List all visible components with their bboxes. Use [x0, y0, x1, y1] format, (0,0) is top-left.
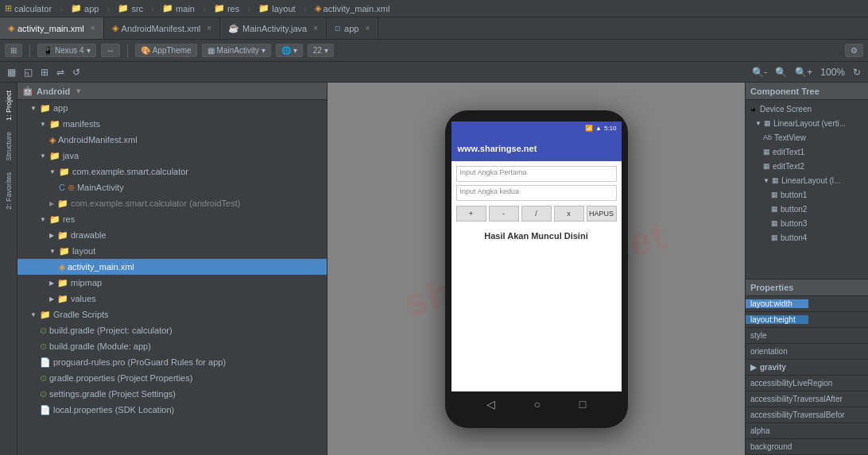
tab-activity-main-xml[interactable]: ◈ activity_main.xml ×: [0, 17, 104, 39]
ct-linearlayout-inner[interactable]: ▼ ▦ LinearLayout (l...: [746, 173, 868, 187]
tree-item-mipmap[interactable]: ▶ 📁 mipmap: [17, 275, 327, 291]
tree-item-activity-main-xml[interactable]: ◈ activity_main.xml: [17, 259, 327, 275]
tree-item-settings-gradle[interactable]: ⊙ settings.gradle (Project Settings): [17, 386, 327, 402]
breadcrumb-item[interactable]: 📁 main: [162, 3, 195, 13]
tab-close-icon4[interactable]: ×: [365, 24, 370, 33]
phone-buttons-row: + - / x HAPUS: [456, 206, 617, 222]
ct-linearlayout-root[interactable]: ▼ ▦ LinearLayout (verti...: [746, 116, 868, 130]
prop-row-accessibility-after[interactable]: accessibilityTraversalAfter: [746, 391, 868, 407]
api-selector[interactable]: 22 ▾: [308, 44, 334, 57]
folder-icon: 📁: [59, 246, 70, 256]
zoom-100-icon[interactable]: 100%: [818, 65, 847, 79]
theme-selector[interactable]: 🎨 AppTheme: [135, 44, 197, 57]
prop-row-accessibility-live[interactable]: accessibilityLiveRegion: [746, 376, 868, 391]
ct-button3[interactable]: ▦ button3: [746, 216, 868, 230]
tab-app[interactable]: ⊡ app ×: [327, 17, 378, 39]
palette-button[interactable]: ⊞: [5, 44, 22, 57]
breadcrumb-item[interactable]: 📁 src: [118, 3, 143, 13]
orientation-button[interactable]: ↔: [101, 44, 120, 57]
tree-item-androidtest[interactable]: ▶ 📁 com.example.smart.calculator (androi…: [17, 195, 327, 211]
tree-item-app[interactable]: ▼ 📁 app: [17, 100, 327, 116]
tab-close-icon2[interactable]: ×: [207, 24, 211, 33]
tree-item-local-properties[interactable]: 📄 local.properties (SDK Location): [17, 402, 327, 418]
phone-input1: Input Angka Pertama: [456, 166, 617, 182]
layout-view-icon[interactable]: ▦: [5, 65, 18, 79]
prop-row-background[interactable]: background: [746, 439, 868, 455]
tree-item-res[interactable]: ▼ 📁 res: [17, 211, 327, 227]
blueprint-icon[interactable]: ◱: [21, 65, 35, 79]
ct-device-screen[interactable]: 📱 Device Screen: [746, 102, 868, 116]
phone-content: Input Angka Pertama Input Angka kedua + …: [451, 161, 622, 391]
structure-panel-toggle[interactable]: Structure: [3, 127, 14, 166]
project-panel-toggle[interactable]: 1: Project: [3, 86, 14, 125]
refresh-icon[interactable]: ↺: [70, 65, 83, 79]
tree-item-manifests[interactable]: ▼ 📁 manifests: [17, 116, 327, 132]
folder-icon: 📁: [57, 230, 68, 241]
breadcrumb-bar: ⊞ calculator › 📁 app › 📁 src › 📁 main › …: [0, 0, 868, 17]
android-icon: 🤖: [22, 86, 33, 96]
tree-item-java[interactable]: ▼ 📁 java: [17, 148, 327, 164]
prop-icon: 📄: [40, 405, 51, 415]
phone-mockup: 📶 ▲ 5:10 www.sharingse.net Input Angka P…: [445, 110, 628, 428]
textview-icon: Ab: [763, 133, 772, 141]
tree-item-build-gradle-app[interactable]: ⊙ build.gradle (Module: app): [17, 338, 327, 354]
xml-icon: ◈: [8, 23, 14, 33]
ct-textview[interactable]: Ab TextView: [746, 130, 868, 145]
prop-icon: 📄: [40, 357, 51, 368]
tree-item-androidmanifest[interactable]: ◈ AndroidManifest.xml: [17, 132, 327, 148]
zoom-in-icon[interactable]: 🔍+: [792, 65, 815, 79]
folder-icon: 📁: [59, 167, 70, 177]
settings-button[interactable]: ⚙: [845, 44, 863, 57]
tree-item-layout[interactable]: ▼ 📁 layout: [17, 243, 327, 259]
tab-close-icon[interactable]: ×: [91, 24, 95, 33]
project-tree: 🤖 Android ▾ ▼ 📁 app ▼ 📁 manifests ◈ Andr…: [17, 83, 327, 455]
tree-item-package[interactable]: ▼ 📁 com.example.smart.calculator: [17, 164, 327, 179]
prop-row-accessibility-before[interactable]: accessibilityTraversalBefor: [746, 407, 868, 423]
prop-row-alpha[interactable]: alpha: [746, 423, 868, 439]
tree-item-values[interactable]: ▶ 📁 values: [17, 291, 327, 307]
tree-item-gradle-scripts[interactable]: ▼ 📁 Gradle Scripts: [17, 307, 327, 322]
zoom-out-icon[interactable]: 🔍-: [750, 65, 769, 79]
xml-file-icon: ◈: [59, 262, 65, 272]
prop-row-orientation[interactable]: orientation: [746, 344, 868, 360]
breadcrumb-item[interactable]: 📁 res: [214, 3, 239, 13]
tab-mainactivity-java[interactable]: ☕ MainActivity.java ×: [220, 17, 327, 39]
tree-item-gradle-properties[interactable]: ⊙ gradle.properties (Project Properties): [17, 370, 327, 386]
ct-edittext2[interactable]: ▦ editText2: [746, 159, 868, 173]
ct-edittext1[interactable]: ▦ editText1: [746, 145, 868, 159]
device-selector[interactable]: 📱 Nexus 4 ▾: [37, 44, 96, 57]
prop-row-style[interactable]: style: [746, 328, 868, 344]
prop-section-gravity[interactable]: ▶ gravity: [746, 360, 868, 376]
ct-button4[interactable]: ▦ button4: [746, 230, 868, 245]
time-display: 5:10: [604, 125, 617, 132]
java-file-icon: C: [59, 183, 65, 192]
breadcrumb-item[interactable]: 📁 app: [71, 3, 99, 13]
ct-button1[interactable]: ▦ button1: [746, 187, 868, 202]
button2-icon: ▦: [771, 205, 778, 213]
tree-item-build-gradle-project[interactable]: ⊙ build.gradle (Project: calculator): [17, 322, 327, 338]
favorites-panel-toggle[interactable]: 2: Favorites: [3, 168, 14, 214]
tree-item-mainactivity[interactable]: C ⊚ MainActivity: [17, 179, 327, 195]
both-view-icon[interactable]: ⊞: [38, 65, 51, 79]
calculator-icon: ⊞: [5, 3, 12, 13]
tree-item-proguard[interactable]: 📄 proguard-rules.pro (ProGuard Rules for…: [17, 354, 327, 370]
tab-close-icon3[interactable]: ×: [313, 24, 318, 33]
breadcrumb-item[interactable]: ⊞ calculator: [5, 3, 52, 13]
ct-button2[interactable]: ▦ button2: [746, 202, 868, 216]
swap-icon[interactable]: ⇌: [54, 65, 67, 79]
breadcrumb-item[interactable]: 📁 layout: [258, 3, 295, 13]
tree-item-drawable[interactable]: ▶ 📁 drawable: [17, 227, 327, 243]
prop-row-layout-width[interactable]: layout:width: [746, 296, 868, 312]
activity-selector[interactable]: ▦ MainActivity ▾: [202, 44, 271, 57]
zoom-fit-icon[interactable]: 🔍: [773, 65, 789, 79]
xml-file-icon: ◈: [315, 3, 321, 13]
tab-android-manifest[interactable]: ◈ AndroidManifest.xml ×: [104, 17, 221, 39]
java-icon: ☕: [228, 23, 239, 33]
prop-row-layout-height[interactable]: layout:height: [746, 312, 868, 328]
wifi-icon: 📶: [585, 125, 593, 132]
breadcrumb-item[interactable]: ◈ activity_main.xml: [315, 3, 390, 13]
refresh2-icon[interactable]: ↻: [851, 65, 863, 79]
locale-button[interactable]: 🌐 ▾: [276, 44, 303, 57]
expand-arrow: ▶: [750, 363, 757, 372]
expand-arrow: ▼: [49, 168, 56, 175]
